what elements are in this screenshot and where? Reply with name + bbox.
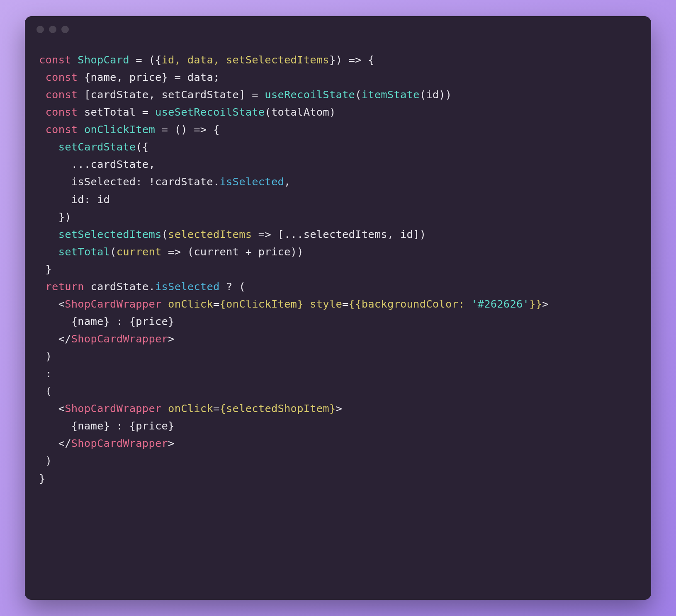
- code-token: <: [39, 402, 65, 415]
- code-line: {name} : {price}: [39, 417, 637, 434]
- code-token: }) => {: [329, 53, 374, 66]
- code-token: }: [39, 263, 52, 275]
- window-titlebar: [25, 16, 651, 43]
- code-token: >: [168, 332, 175, 345]
- code-line: ): [39, 347, 637, 365]
- code-token: ShopCardWrapper: [65, 298, 161, 310]
- code-token: =: [213, 298, 220, 310]
- code-token: ShopCard: [78, 53, 129, 66]
- code-token: onClick: [168, 402, 213, 415]
- code-token: (: [355, 88, 362, 101]
- code-token: '#262626': [471, 298, 529, 310]
- code-line: const setTotal = useSetRecoilState(total…: [39, 103, 637, 121]
- code-window: const ShopCard = ({id, data, setSelected…: [25, 16, 651, 600]
- code-line: id: id: [39, 191, 637, 208]
- code-token: [162, 402, 168, 415]
- code-token: (totalAtom): [265, 106, 336, 118]
- code-line: </ShopCardWrapper>: [39, 434, 637, 452]
- code-line: (: [39, 382, 637, 400]
- code-token: [cardState, setCardState] =: [84, 88, 265, 101]
- code-token: = ({: [129, 53, 162, 66]
- code-line: }: [39, 260, 637, 278]
- code-token: (id)): [420, 88, 452, 101]
- code-token: [39, 106, 46, 118]
- code-token: [39, 228, 58, 240]
- code-token: onClickItem: [84, 123, 155, 136]
- code-line: {name} : {price}: [39, 313, 637, 330]
- code-token: ShopCardWrapper: [71, 332, 168, 345]
- code-token: const: [46, 71, 84, 83]
- code-token: onClick: [168, 298, 213, 310]
- code-line: :: [39, 365, 637, 382]
- code-token: {name, price} = data;: [84, 71, 220, 83]
- code-token: [39, 245, 58, 258]
- code-line: const ShopCard = ({id, data, setSelected…: [39, 51, 637, 68]
- code-content: const ShopCard = ({id, data, setSelected…: [25, 43, 651, 600]
- code-token: isSelected: [155, 280, 220, 293]
- code-token: setTotal: [58, 245, 110, 258]
- code-token: selectedItems: [168, 228, 252, 240]
- code-line: return cardState.isSelected ? (: [39, 278, 637, 295]
- code-token: [39, 123, 46, 136]
- code-token: setTotal =: [84, 106, 155, 118]
- code-line: <ShopCardWrapper onClick={selectedShopIt…: [39, 400, 637, 417]
- code-token: setCardState: [58, 141, 136, 153]
- code-token: </: [39, 332, 71, 345]
- close-icon[interactable]: [36, 26, 44, 33]
- code-line: const onClickItem = () => {: [39, 121, 637, 138]
- code-token: isSelected: [219, 175, 284, 188]
- code-token: const: [46, 123, 84, 136]
- code-line: }): [39, 208, 637, 226]
- code-token: [39, 71, 46, 83]
- code-token: current: [117, 245, 162, 258]
- code-token: const: [39, 53, 78, 66]
- code-line: ...cardState,: [39, 155, 637, 173]
- code-token: return: [46, 280, 91, 293]
- code-token: }): [39, 211, 71, 223]
- code-token: useRecoilState: [265, 88, 355, 101]
- code-token: id: id: [39, 193, 110, 206]
- code-token: {selectedShopItem}: [220, 402, 336, 415]
- code-token: {name} : {price}: [39, 420, 175, 432]
- code-token: = () => {: [155, 123, 220, 136]
- code-line: ): [39, 452, 637, 469]
- code-token: (: [110, 245, 117, 258]
- code-token: }}: [529, 298, 542, 310]
- code-token: const: [46, 88, 84, 101]
- code-token: >: [542, 298, 549, 310]
- code-line: const [cardState, setCardState] = useRec…: [39, 86, 637, 103]
- code-token: =: [213, 402, 220, 415]
- code-token: <: [39, 298, 65, 310]
- code-token: useSetRecoilState: [155, 106, 265, 118]
- code-token: =: [342, 298, 349, 310]
- code-token: setSelectedItems: [58, 228, 162, 240]
- code-token: >: [336, 402, 342, 415]
- code-line: }: [39, 470, 637, 487]
- code-token: {{backgroundColor:: [349, 298, 472, 310]
- code-line: </ShopCardWrapper>: [39, 330, 637, 347]
- code-token: const: [46, 106, 84, 118]
- code-line: setTotal(current => (current + price)): [39, 243, 637, 260]
- code-line: <ShopCardWrapper onClick={onClickItem} s…: [39, 295, 637, 313]
- code-token: [39, 88, 46, 101]
- code-token: [162, 298, 168, 310]
- code-token: style: [310, 298, 342, 310]
- code-token: => [...selectedItems, id]): [252, 228, 426, 240]
- code-token: (: [162, 228, 168, 240]
- minimize-icon[interactable]: [49, 26, 56, 33]
- code-token: id, data, setSelectedItems: [162, 53, 329, 66]
- code-token: [304, 298, 310, 310]
- code-token: [39, 141, 58, 153]
- code-token: ShopCardWrapper: [71, 437, 168, 449]
- code-token: itemState: [362, 88, 420, 101]
- code-token: ({: [136, 141, 148, 153]
- code-line: setCardState({: [39, 138, 637, 155]
- code-token: ...cardState,: [39, 158, 155, 170]
- code-token: (: [39, 385, 52, 397]
- maximize-icon[interactable]: [61, 26, 69, 33]
- code-token: isSelected: !cardState.: [39, 175, 219, 188]
- code-token: ): [39, 454, 52, 467]
- code-token: :: [39, 367, 52, 380]
- code-token: ShopCardWrapper: [65, 402, 161, 415]
- code-token: >: [168, 437, 175, 449]
